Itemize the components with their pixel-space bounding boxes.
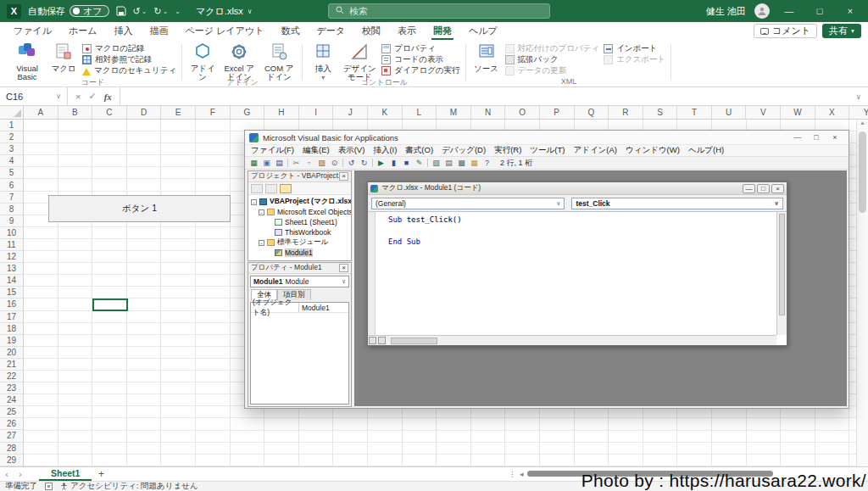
scroll-up-icon[interactable]: ▲ <box>860 120 865 126</box>
row-header[interactable]: 7 <box>0 192 23 204</box>
properties-close-icon[interactable]: × <box>339 264 348 272</box>
row-header[interactable]: 25 <box>0 406 23 418</box>
document-title[interactable]: マクロ.xlsx∨ <box>196 5 253 18</box>
user-name[interactable]: 健生 池田 <box>706 5 746 18</box>
save-icon[interactable] <box>116 6 126 16</box>
share-button[interactable]: 共有▾ <box>822 24 861 38</box>
vertical-scroll-thumb[interactable] <box>859 131 866 213</box>
column-header[interactable]: B <box>58 106 93 119</box>
import-button[interactable]: インポート <box>604 44 665 53</box>
project-explorer-close-icon[interactable]: × <box>339 172 348 181</box>
macros-button[interactable]: マクロ <box>49 42 78 73</box>
row-header[interactable]: 29 <box>0 455 23 466</box>
code-window-title-bar[interactable]: マクロ.xlsx - Module1 (コード) — □ × <box>368 182 787 195</box>
design-mode-icon[interactable]: ✎ <box>415 159 424 168</box>
code-vertical-scrollbar[interactable] <box>776 212 787 335</box>
vba-menu-item[interactable]: 実行(R) <box>490 145 526 156</box>
column-header[interactable]: A <box>24 106 58 119</box>
project-tree-item[interactable]: Sheet1 (Sheet1) <box>248 217 351 227</box>
vba-menu-item[interactable]: 編集(E) <box>298 145 334 156</box>
xml-source-button[interactable]: ソース <box>472 42 501 73</box>
maximize-button[interactable]: □ <box>809 6 831 16</box>
object-browser-icon[interactable]: ▩ <box>457 159 466 168</box>
refresh-data-button[interactable]: データの更新 <box>505 66 600 75</box>
vba-minimize-button[interactable]: — <box>788 133 807 142</box>
column-header[interactable]: C <box>92 106 127 119</box>
find-icon[interactable]: ⊙ <box>330 159 339 168</box>
vba-menu-item[interactable]: ツール(T) <box>526 145 569 156</box>
ribbon-tab[interactable]: 開発 <box>425 22 460 40</box>
view-code-button[interactable]: コードの表示 <box>381 55 459 64</box>
property-row[interactable]: (オブジェクト名) Module1 <box>251 303 348 313</box>
code-close-button[interactable]: × <box>771 184 784 193</box>
ribbon-tab[interactable]: 挿入 <box>106 22 142 40</box>
macro-security-button[interactable]: マクロのセキュリティ <box>82 66 176 75</box>
minimize-button[interactable]: — <box>778 6 800 16</box>
redo-dropdown-icon[interactable]: ⌄ <box>163 8 169 15</box>
view-code-tool-icon[interactable] <box>251 184 263 193</box>
vba-menu-item[interactable]: ヘルプ(H) <box>684 145 728 156</box>
row-header[interactable]: 14 <box>0 275 23 287</box>
row-header[interactable]: 6 <box>0 179 23 191</box>
save-icon[interactable]: ▤ <box>275 159 284 168</box>
row-header[interactable]: 28 <box>0 443 23 455</box>
insert-function-icon[interactable]: fx <box>104 92 112 102</box>
code-minimize-button[interactable]: — <box>743 184 755 193</box>
ribbon-tab[interactable]: ヘルプ <box>460 22 506 40</box>
scroll-left-icon[interactable]: ◂ <box>520 470 524 478</box>
full-module-view-icon[interactable] <box>378 337 386 344</box>
code-text[interactable]: Sub test_Click() End Sub <box>376 212 776 335</box>
column-header[interactable]: U <box>712 106 747 119</box>
row-header[interactable]: 16 <box>0 299 23 310</box>
column-header[interactable]: K <box>368 106 403 119</box>
column-header[interactable]: W <box>781 106 815 119</box>
row-header[interactable]: 27 <box>0 430 23 442</box>
vba-menu-item[interactable]: ファイル(F) <box>247 145 298 156</box>
project-tree-item[interactable]: - Microsoft Excel Objects <box>248 207 351 217</box>
name-box[interactable]: C16∨ <box>0 87 68 105</box>
column-header[interactable]: D <box>127 106 162 119</box>
column-header[interactable]: S <box>643 106 678 119</box>
column-header[interactable]: Q <box>575 106 609 119</box>
vba-menu-item[interactable]: 書式(O) <box>401 145 437 156</box>
project-tree-item[interactable]: Module1 <box>248 248 351 258</box>
tree-expander-icon[interactable]: - <box>259 240 264 246</box>
vba-toolbar-icon[interactable] <box>287 159 288 167</box>
accessibility-status[interactable]: アクセシビリティ: 問題ありません <box>60 481 198 491</box>
column-header[interactable]: R <box>609 106 643 119</box>
properties-object-select[interactable]: Module1 Module ∨ <box>250 276 349 287</box>
ribbon-tab[interactable]: 校閲 <box>353 22 389 40</box>
form-button[interactable]: ボタン 1 <box>48 195 231 222</box>
code-horizontal-scrollbar[interactable] <box>368 335 776 345</box>
column-header[interactable]: P <box>540 106 575 119</box>
comments-button[interactable]: コメント <box>754 24 817 38</box>
properties-button[interactable]: プロパティ <box>381 44 459 53</box>
column-header[interactable]: J <box>333 106 368 119</box>
code-hscroll-thumb[interactable] <box>391 338 437 344</box>
vertical-scrollbar[interactable]: ▲ <box>856 120 868 466</box>
column-header[interactable]: N <box>471 106 506 119</box>
procedure-view-icon[interactable] <box>369 337 376 344</box>
column-header[interactable]: E <box>161 106 196 119</box>
row-header[interactable]: 11 <box>0 239 23 251</box>
vba-menu-item[interactable]: 挿入(I) <box>369 145 401 156</box>
column-header[interactable]: H <box>264 106 299 119</box>
vba-editor-window[interactable]: Microsoft Visual Basic for Applications … <box>244 130 849 409</box>
record-macro-button[interactable]: マクロの記録 <box>82 44 176 53</box>
ribbon-tab[interactable]: 描画 <box>142 22 177 40</box>
row-header[interactable]: 23 <box>0 382 23 394</box>
row-header[interactable]: 1 <box>0 120 23 131</box>
break-icon[interactable]: ▮ <box>389 159 398 168</box>
enter-icon[interactable]: ✓ <box>88 91 96 102</box>
row-header[interactable]: 18 <box>0 323 23 335</box>
vba-maximize-button[interactable]: □ <box>807 133 826 142</box>
row-header[interactable]: 8 <box>0 204 23 215</box>
column-header[interactable]: Y <box>849 106 868 119</box>
row-header[interactable]: 10 <box>0 227 23 239</box>
row-header[interactable]: 22 <box>0 371 23 382</box>
quick-access-more-icon[interactable]: ⌄ <box>175 8 181 15</box>
run-icon[interactable]: ▶ <box>376 159 386 168</box>
undo-icon[interactable]: ↺ <box>347 159 356 168</box>
column-header[interactable]: F <box>196 106 231 119</box>
vba-toolbar-icon[interactable] <box>372 159 373 167</box>
